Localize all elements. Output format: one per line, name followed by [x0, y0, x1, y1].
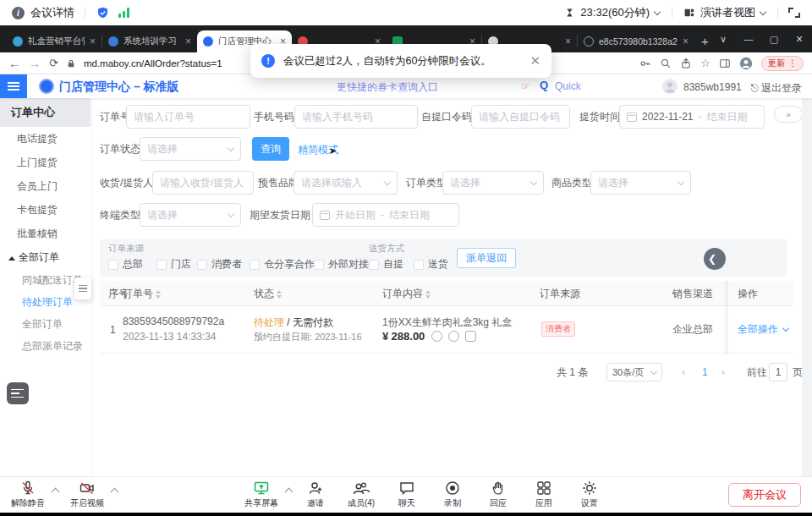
- order-type-select[interactable]: 请选择: [442, 171, 544, 195]
- sidebar-item-batch-verify[interactable]: 批量核销: [0, 222, 91, 245]
- close-window-icon[interactable]: ✕: [787, 34, 812, 45]
- pickup-code-input[interactable]: [471, 105, 570, 129]
- sort-icon[interactable]: [425, 290, 431, 299]
- username-label[interactable]: 8385wb1991: [683, 81, 742, 93]
- user-avatar[interactable]: [662, 79, 678, 94]
- tab-close-icon[interactable]: ×: [90, 36, 96, 47]
- logout-button[interactable]: ⎋退出登录: [751, 81, 803, 96]
- pickup-time-range[interactable]: 2022-11-21 - 结束日期: [619, 105, 765, 129]
- checkbox-icon[interactable]: [250, 260, 260, 270]
- reaction-button[interactable]: 回应: [475, 480, 521, 509]
- next-page-button[interactable]: ›: [721, 362, 725, 382]
- search-button[interactable]: 查询: [252, 137, 289, 161]
- quick-search-label[interactable]: Quick: [555, 80, 581, 92]
- tab-close-icon[interactable]: ×: [565, 36, 571, 47]
- checkbox-external[interactable]: 外部对接: [314, 257, 369, 272]
- mobile-badge-icon[interactable]: [465, 331, 476, 342]
- checkbox-icon[interactable]: [414, 260, 424, 270]
- view-dropdown-icon[interactable]: [760, 8, 766, 15]
- checkbox-store[interactable]: 门店: [156, 257, 191, 272]
- back-icon[interactable]: ←: [8, 57, 20, 70]
- share-icon[interactable]: [680, 58, 692, 69]
- col-status[interactable]: 状态: [254, 281, 282, 306]
- receiver-input[interactable]: [152, 171, 254, 195]
- meeting-info-icon[interactable]: i: [12, 7, 25, 19]
- checkbox-icon[interactable]: [197, 260, 207, 270]
- sidebar-item-all-orders[interactable]: 全部订单: [0, 245, 91, 269]
- mic-options-chevron-icon[interactable]: [52, 488, 60, 497]
- lock-icon[interactable]: [67, 58, 75, 69]
- checkbox-delivery[interactable]: 送货: [414, 257, 448, 272]
- meeting-details-label[interactable]: 会议详情: [30, 5, 74, 20]
- profile-avatar-icon[interactable]: [739, 57, 753, 70]
- browser-tab-7[interactable]: e8c573980b1328a258fd2e61 ×: [578, 30, 694, 52]
- record-button[interactable]: 录制: [430, 480, 475, 509]
- collapse-filters-button[interactable]: »: [774, 106, 803, 123]
- floating-list-button[interactable]: [7, 382, 29, 404]
- new-tab-button[interactable]: +: [701, 34, 709, 48]
- share-options-chevron-icon[interactable]: [285, 488, 294, 497]
- phone-input[interactable]: [294, 105, 418, 129]
- security-shield-icon[interactable]: [96, 6, 110, 20]
- order-no-input[interactable]: [126, 105, 250, 129]
- unmute-button[interactable]: 解除静音: [5, 480, 51, 509]
- notification-close-icon[interactable]: ✕: [529, 53, 540, 69]
- terminal-type-select[interactable]: 请选择: [140, 203, 241, 227]
- password-key-icon[interactable]: [639, 58, 651, 69]
- timer-dropdown-icon[interactable]: [654, 8, 661, 15]
- order-status-select[interactable]: 请选择: [140, 137, 241, 161]
- maximize-icon[interactable]: ▢: [761, 34, 787, 45]
- checkbox-warehouse-share[interactable]: 仓分享合作: [250, 257, 315, 272]
- reload-icon[interactable]: ⟳: [49, 57, 58, 69]
- dispatch-return-button[interactable]: 派单退回: [457, 248, 516, 268]
- start-video-button[interactable]: 开启视频: [64, 480, 110, 509]
- forward-icon[interactable]: →: [29, 57, 41, 70]
- presale-brand-select[interactable]: 请选择或输入: [294, 171, 398, 195]
- checkbox-icon[interactable]: [108, 260, 118, 270]
- sidebar-subitem-hq-dispatch-records[interactable]: 总部派单记录: [0, 335, 91, 357]
- sidebar-item-door-pickup[interactable]: 上门提货: [0, 151, 91, 174]
- checkbox-hq[interactable]: 总部: [108, 257, 143, 272]
- row-actions[interactable]: 全部操作: [738, 322, 788, 337]
- network-signal-icon[interactable]: [118, 8, 129, 18]
- url-text[interactable]: md.maboy.cn/AllOrder?status=1: [84, 58, 222, 69]
- page-scrollbar[interactable]: [802, 98, 812, 476]
- checkbox-self-pickup[interactable]: 自提: [369, 257, 403, 272]
- sort-icon[interactable]: [156, 290, 161, 299]
- zoom-icon[interactable]: [660, 58, 672, 69]
- browser-tab-2[interactable]: 系统培训学习 ×: [102, 30, 197, 52]
- meeting-timer[interactable]: 23:32(60分钟): [580, 5, 650, 20]
- coupon-query-link[interactable]: 更快捷的券卡查询入口: [337, 80, 438, 95]
- share-screen-button[interactable]: 共享屏幕: [239, 480, 284, 509]
- page-size-select[interactable]: 30条/页: [606, 363, 662, 382]
- more-menu-icon[interactable]: ⋮: [788, 58, 797, 68]
- package-badge-icon[interactable]: [448, 331, 459, 342]
- sidebar-item-phone-pickup[interactable]: 电话提货: [0, 127, 91, 151]
- update-chip[interactable]: 更新 ⋮: [761, 56, 804, 71]
- current-page[interactable]: 1: [702, 362, 708, 382]
- chat-button[interactable]: 聊天: [384, 480, 430, 509]
- goto-page-input[interactable]: 1: [769, 363, 787, 382]
- minimize-icon[interactable]: —: [736, 34, 761, 44]
- gift-badge-icon[interactable]: [431, 331, 442, 342]
- tab-close-icon[interactable]: ×: [683, 36, 689, 47]
- tab-close-icon[interactable]: ×: [185, 36, 191, 47]
- side-panel-icon[interactable]: [719, 58, 731, 69]
- view-mode-label[interactable]: 演讲者视图: [700, 5, 755, 20]
- video-options-chevron-icon[interactable]: [111, 488, 119, 497]
- checkbox-icon[interactable]: [314, 260, 324, 270]
- expand-panel-button[interactable]: ❮: [704, 248, 726, 270]
- sidebar-drag-handle[interactable]: [74, 277, 91, 299]
- fullscreen-icon[interactable]: [788, 8, 800, 18]
- apps-button[interactable]: 应用: [521, 480, 567, 509]
- sidebar-item-member-visit[interactable]: 会员上门: [0, 174, 91, 198]
- bookmark-star-icon[interactable]: ☆: [700, 57, 710, 69]
- checkbox-icon[interactable]: [156, 260, 167, 270]
- tab-search-icon[interactable]: ∨: [710, 34, 736, 45]
- leave-meeting-button[interactable]: 离开会议: [728, 483, 801, 507]
- col-content[interactable]: 订单内容: [382, 281, 431, 306]
- sort-icon[interactable]: [277, 290, 282, 299]
- quick-search-icon[interactable]: Q: [540, 79, 548, 91]
- browser-tab-1[interactable]: 礼盒营销平台管理中心 ×: [7, 30, 102, 52]
- sidebar-item-card-pickup[interactable]: 卡包提货: [0, 198, 91, 222]
